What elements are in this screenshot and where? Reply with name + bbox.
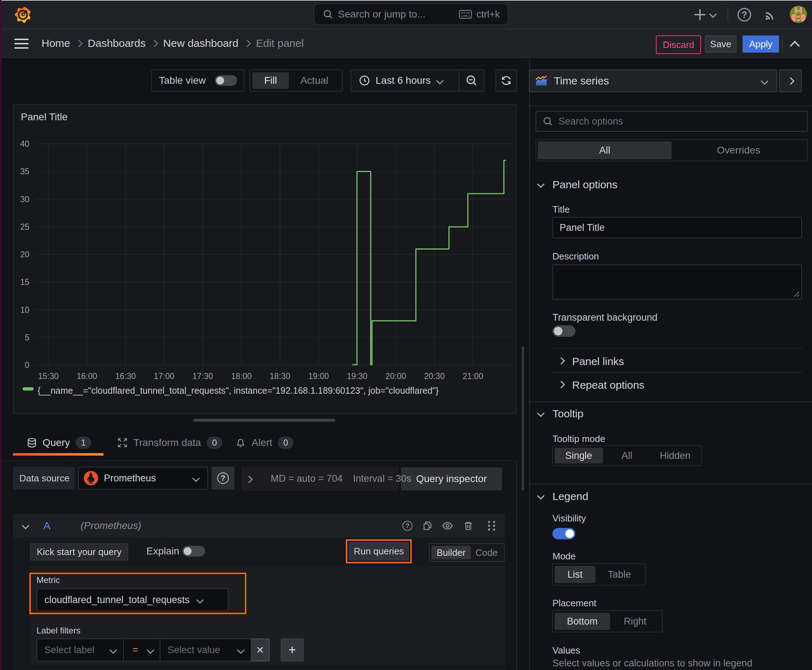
- svg-text:19:00: 19:00: [308, 372, 329, 381]
- svg-text:18:30: 18:30: [270, 372, 290, 381]
- svg-text:21:00: 21:00: [463, 372, 483, 381]
- svg-text:30: 30: [20, 195, 29, 204]
- svg-text:20: 20: [20, 250, 29, 259]
- svg-text:10: 10: [20, 305, 29, 315]
- svg-text:15: 15: [20, 277, 29, 287]
- svg-text:0: 0: [25, 360, 29, 370]
- svg-text:20:00: 20:00: [386, 372, 406, 381]
- svg-text:16:30: 16:30: [115, 372, 136, 381]
- svg-text:20:30: 20:30: [424, 372, 445, 381]
- svg-text:40: 40: [20, 139, 29, 149]
- svg-text:18:00: 18:00: [231, 372, 252, 381]
- svg-text:16:00: 16:00: [76, 372, 97, 381]
- svg-text:17:00: 17:00: [154, 372, 175, 381]
- svg-text:19:30: 19:30: [347, 372, 368, 381]
- svg-text:35: 35: [20, 167, 29, 176]
- svg-text:5: 5: [25, 333, 29, 342]
- svg-text:17:30: 17:30: [192, 372, 213, 381]
- svg-text:15:30: 15:30: [38, 372, 59, 381]
- svg-text:25: 25: [20, 222, 29, 232]
- svg-text:{__name__="cloudflared_tunnel_: {__name__="cloudflared_tunnel_total_requ…: [37, 386, 439, 396]
